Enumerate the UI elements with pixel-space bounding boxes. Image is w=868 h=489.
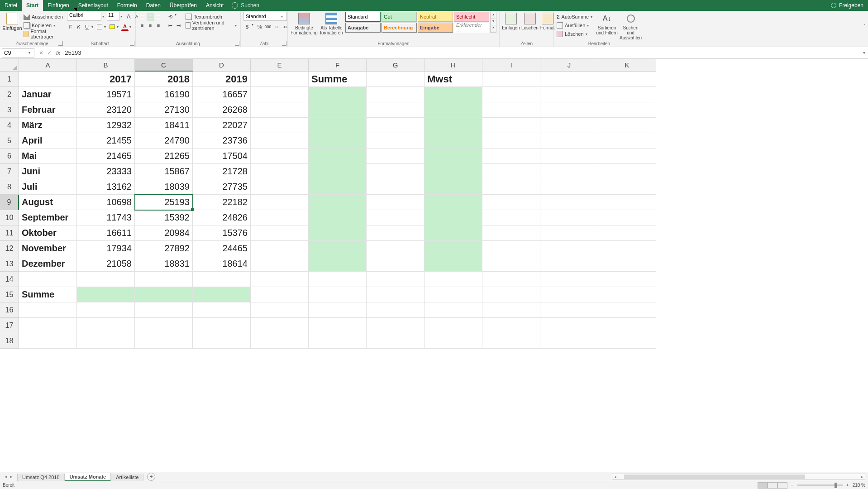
row-header-16[interactable]: 16 [0, 302, 19, 318]
paste-button[interactable]: Einfügen [3, 12, 22, 31]
underline-button[interactable]: U [83, 23, 91, 31]
cancel-formula-icon[interactable]: ✕ [39, 50, 43, 56]
cell-K11[interactable] [598, 225, 656, 241]
bold-button[interactable]: F [67, 23, 74, 31]
font-name-select[interactable]: Calibri [67, 12, 101, 21]
cell-E15[interactable] [251, 287, 309, 302]
cell-A3[interactable]: Februar [19, 102, 77, 118]
align-center-button[interactable]: ≡ [147, 21, 154, 29]
nav-first-icon[interactable]: ◂ [5, 474, 7, 479]
cell-B8[interactable]: 13162 [77, 179, 135, 195]
cell-H15[interactable] [424, 287, 482, 302]
cell-A15[interactable]: Summe [19, 287, 77, 302]
collapse-ribbon-button[interactable]: ˄ [863, 24, 866, 29]
cell-G8[interactable] [367, 179, 424, 195]
cell-D7[interactable]: 21728 [193, 164, 251, 179]
cell-C11[interactable]: 20984 [135, 225, 193, 241]
cell-E12[interactable] [251, 241, 309, 256]
align-top-button[interactable]: ≡ [138, 13, 146, 21]
cell-D9[interactable]: 22182 [193, 195, 251, 210]
merge-center-button[interactable]: Verbinden und zentrieren▾ [186, 21, 238, 29]
cell-B1[interactable]: 2017 [77, 72, 135, 87]
cell-F3[interactable] [309, 102, 367, 118]
cell-B6[interactable]: 21465 [77, 149, 135, 164]
cell-I2[interactable] [482, 87, 540, 102]
cell-I8[interactable] [482, 179, 540, 195]
format-painter-button[interactable]: Format übertragen [24, 30, 63, 38]
scrollbar-thumb[interactable] [624, 475, 805, 479]
cell-F10[interactable] [309, 210, 367, 225]
cell-J13[interactable] [540, 256, 598, 272]
cell-J7[interactable] [540, 164, 598, 179]
row-header-9[interactable]: 9 [0, 195, 19, 210]
cell-C13[interactable]: 18831 [135, 256, 193, 272]
cell-G5[interactable] [367, 133, 424, 149]
cell-H8[interactable] [424, 179, 482, 195]
cell-I10[interactable] [482, 210, 540, 225]
find-select-button[interactable]: Suchen und Auswählen [620, 12, 642, 40]
cell-J10[interactable] [540, 210, 598, 225]
orientation-button[interactable]: ⟲ [167, 13, 174, 21]
cell-G14[interactable] [367, 272, 424, 287]
cell-I1[interactable] [482, 72, 540, 87]
cell-F2[interactable] [309, 87, 367, 102]
chevron-down-icon[interactable]: ▾ [120, 14, 124, 19]
cell-B17[interactable] [77, 318, 135, 333]
cell-E2[interactable] [251, 87, 309, 102]
cell-E16[interactable] [251, 302, 309, 318]
cell-C17[interactable] [135, 318, 193, 333]
cell-C4[interactable]: 18411 [135, 118, 193, 133]
cell-G16[interactable] [367, 302, 424, 318]
align-left-button[interactable]: ≡ [138, 21, 146, 29]
cell-F8[interactable] [309, 179, 367, 195]
cell-A8[interactable]: Juli [19, 179, 77, 195]
row-header-12[interactable]: 12 [0, 241, 19, 256]
style-ausgabe[interactable]: Ausgabe [345, 23, 381, 33]
cell-B9[interactable]: 10698 [77, 195, 135, 210]
row-header-11[interactable]: 11 [0, 225, 19, 241]
percent-format-button[interactable]: % [256, 23, 263, 31]
zoom-in-button[interactable]: + [846, 483, 849, 488]
horizontal-scrollbar[interactable]: ◂▸ [612, 474, 865, 480]
cell-B16[interactable] [77, 302, 135, 318]
cell-D3[interactable]: 26268 [193, 102, 251, 118]
align-bottom-button[interactable]: ≡ [155, 13, 162, 21]
row-header-7[interactable]: 7 [0, 164, 19, 179]
decrease-decimal-button[interactable]: .00 [281, 23, 288, 31]
insert-cells-button[interactable]: Einfügen [502, 12, 520, 30]
column-header-G[interactable]: G [367, 59, 424, 72]
more-icon[interactable]: ▾ [491, 25, 496, 32]
cell-C15[interactable] [135, 287, 193, 302]
cell-K2[interactable] [598, 87, 656, 102]
format-cells-button[interactable]: Format [540, 12, 555, 30]
cell-B4[interactable]: 12932 [77, 118, 135, 133]
cell-G4[interactable] [367, 118, 424, 133]
cell-C18[interactable] [135, 333, 193, 349]
cell-H9[interactable] [424, 195, 482, 210]
cell-B14[interactable] [77, 272, 135, 287]
cell-E6[interactable] [251, 149, 309, 164]
cell-H3[interactable] [424, 102, 482, 118]
cell-G13[interactable] [367, 256, 424, 272]
row-header-13[interactable]: 13 [0, 256, 19, 272]
cell-E11[interactable] [251, 225, 309, 241]
cell-D11[interactable]: 15376 [193, 225, 251, 241]
cell-F17[interactable] [309, 318, 367, 333]
cell-E8[interactable] [251, 179, 309, 195]
cell-H17[interactable] [424, 318, 482, 333]
cell-C2[interactable]: 16190 [135, 87, 193, 102]
cell-A14[interactable] [19, 272, 77, 287]
cell-C12[interactable]: 27892 [135, 241, 193, 256]
cell-D15[interactable] [193, 287, 251, 302]
enter-formula-icon[interactable]: ✓ [47, 50, 52, 56]
cell-A9[interactable]: August [19, 195, 77, 210]
cell-E18[interactable] [251, 333, 309, 349]
cell-A17[interactable] [19, 318, 77, 333]
cell-E7[interactable] [251, 164, 309, 179]
cell-A1[interactable] [19, 72, 77, 87]
cell-G3[interactable] [367, 102, 424, 118]
row-headers[interactable]: 123456789101112131415161718 [0, 72, 19, 472]
cell-G1[interactable] [367, 72, 424, 87]
cell-I9[interactable] [482, 195, 540, 210]
cell-C7[interactable]: 15867 [135, 164, 193, 179]
